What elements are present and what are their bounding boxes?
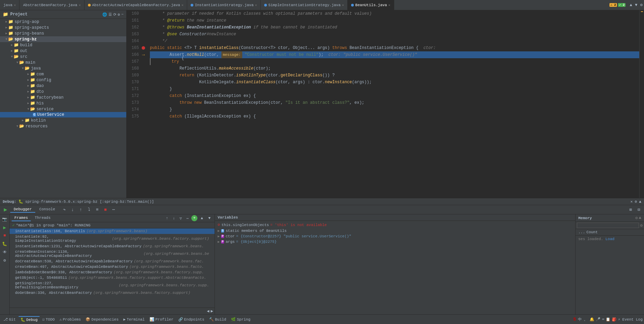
settings-side-btn[interactable]: ⚙ [1, 257, 8, 264]
minimize-icon[interactable]: − [121, 12, 124, 17]
expand-up-icon[interactable]: ▲ [628, 3, 633, 8]
frames-tab[interactable]: Frames [12, 215, 31, 221]
var-item-static[interactable]: ▶ S static members of BeanUtils [215, 228, 575, 234]
bottom-endpoints[interactable]: 🔗 Endpoints [176, 316, 206, 322]
tab-beanutils[interactable]: BeanUtils.java ✕ [348, 0, 394, 10]
camera-btn[interactable]: 📷 [1, 216, 8, 223]
more-frames-btn[interactable]: ⋯ [184, 215, 191, 221]
tree-item-out[interactable]: ▶ 📁 out [0, 48, 126, 54]
step-over-btn[interactable]: ↷ [61, 206, 68, 213]
sync-icon[interactable]: ⟳ [113, 12, 116, 17]
tab-abstractbeanfactory[interactable]: AbstractBeanFactory.java ✕ [20, 0, 84, 10]
scroll-up-btn[interactable]: ▲ [199, 215, 205, 221]
filter-btn[interactable]: ▽ [178, 215, 184, 221]
var-item-ctor[interactable]: ▶ P ctor = {Constructor@2257} "public se… [215, 234, 575, 239]
tab-instantiationstrategy[interactable]: InstantiationStrategy.java ✕ [187, 0, 261, 10]
memory-search-input[interactable] [577, 223, 639, 228]
settings-icon[interactable]: ⚙ [639, 2, 644, 8]
frame-item-5[interactable]: createBean:497, AbstractAutowireCapableB… [10, 264, 215, 270]
play-btn[interactable]: ▶ [1, 224, 8, 231]
bottom-git[interactable]: ⎇ Git [1, 316, 18, 322]
close-icon[interactable]: ✕ [181, 3, 183, 7]
resume-btn[interactable]: ▶ [1, 206, 10, 213]
frame-item-7[interactable]: getObject:-1, 554868511 (org.springframe… [10, 275, 215, 281]
event-log-label[interactable]: Event Log [622, 317, 643, 322]
frame-item-8[interactable]: getSingleton:227, DefaultSingletonBeanRe… [10, 281, 215, 290]
tree-item-dto[interactable]: ▶ 📁 dto [0, 89, 126, 95]
icon3[interactable]: ⌨ [602, 317, 604, 322]
watch-btn[interactable]: 👁 [1, 249, 8, 256]
bottom-debug[interactable]: 🐛 Debug [18, 316, 40, 323]
bottom-spring[interactable]: 🌿 Spring [229, 316, 253, 322]
stop-btn[interactable]: ■ [102, 206, 109, 213]
globe-icon[interactable]: 🌐 [102, 12, 107, 17]
tree-item-config[interactable]: ▶ 📁 config [0, 77, 126, 83]
frame-item-1[interactable]: instantiate:92, SimpleInstantiationStrat… [10, 234, 215, 244]
threads-tab[interactable]: Threads [32, 215, 53, 221]
step-into-btn[interactable]: ↓ [69, 206, 76, 213]
icon4[interactable]: 📋 [606, 317, 610, 322]
tree-item-java[interactable]: ▼ 📂 java [0, 65, 126, 71]
icon2[interactable]: 🎤 [596, 317, 601, 322]
icon6[interactable]: ⚡ [618, 317, 620, 322]
tree-item-userservice[interactable]: C UserService [0, 112, 126, 117]
tree-item-service[interactable]: ▼ 📂 service [0, 106, 126, 112]
bottom-dependencies[interactable]: 📦 Dependencies [83, 316, 120, 322]
tree-item-spring-aspects[interactable]: ▶ 📁 spring-aspects [0, 25, 126, 30]
frame-scroll-bar[interactable]: ◀ ▶ [10, 308, 215, 314]
tab-simpleinstantiation[interactable]: SimpleInstantiationStrategy.java ✕ [261, 0, 348, 10]
tree-item-factorybean[interactable]: ▶ 📁 factorybean [0, 95, 126, 100]
tree-item-resources[interactable]: ▼ 📂 resources [0, 123, 126, 129]
frame-item-0[interactable]: instantiateClass:166, BeanUtils (org.spr… [10, 228, 215, 234]
tree-item-spring-bz[interactable]: ▼ 📂 spring-bz [0, 36, 126, 42]
expand-down-icon[interactable]: ▼ [634, 3, 639, 8]
frame-item-3[interactable]: createBeanInstance:1136, AbstractAutowir… [10, 249, 215, 259]
tree-item-build[interactable]: ▶ 📁 build [0, 42, 126, 48]
bottom-build[interactable]: 🔨 Build [207, 316, 228, 322]
close-icon[interactable]: ✕ [342, 3, 344, 7]
tree-item-his[interactable]: ▶ 📁 his [0, 100, 126, 106]
gear-icon[interactable]: ⚙ [118, 12, 120, 17]
bottom-todo[interactable]: ☑ TODO [40, 316, 57, 322]
sort-asc-btn[interactable]: ↑ [164, 215, 170, 221]
close-icon[interactable]: ✕ [79, 3, 81, 7]
tree-item-com[interactable]: ▶ 📁 com [0, 71, 126, 77]
tree-item-spring-aop[interactable]: ▶ 📁 spring-aop [0, 19, 126, 25]
tree-item-spring-beans[interactable]: ▶ 📁 spring-beans [0, 30, 126, 36]
expand-debug-icon[interactable]: ▲ [639, 200, 641, 204]
sort-desc-btn[interactable]: ↓ [171, 215, 177, 221]
evaluate-btn[interactable]: ≡ [93, 206, 101, 213]
bottom-profiler[interactable]: 📊 Profiler [147, 316, 176, 322]
bottom-terminal[interactable]: ▶ Terminal [121, 316, 147, 322]
more-btn[interactable]: ⋯ [110, 206, 117, 213]
memory-settings-input-icon[interactable]: ⚙ [640, 223, 643, 228]
debugger-tab[interactable]: Debugger [10, 207, 35, 213]
scroll-down-btn[interactable]: ▼ [206, 215, 212, 221]
frame-item-4[interactable]: doCreateBean:538, AbstractAutowireCapabl… [10, 259, 215, 264]
memory-settings-icon[interactable]: ⚙ [635, 215, 638, 221]
table-view-btn[interactable]: ⊞ [627, 206, 634, 213]
memory-load-btn[interactable]: Load [605, 237, 614, 241]
icon1[interactable]: 🔔 [590, 317, 594, 322]
step-out-btn[interactable]: ↑ [77, 206, 85, 213]
close-debug-icon[interactable]: ✕ [630, 199, 633, 204]
frame-item-9[interactable]: doGetBean:336, AbstractBeanFactory (org.… [10, 290, 215, 296]
var-item-singleton[interactable]: ⊘ this.singletonObjects = 'this' is not … [215, 222, 575, 228]
bottom-problems[interactable]: ⚠ Problems [57, 316, 83, 322]
console-tab[interactable]: Console [36, 207, 59, 213]
code-lines[interactable]: * parameter if needed for Kotlin classes… [147, 10, 639, 198]
close-icon[interactable]: ✕ [14, 3, 16, 7]
var-item-args[interactable]: ▶ P args = {Object[0]@2275} [215, 239, 575, 245]
close-icon[interactable]: ✕ [388, 3, 390, 7]
frame-item-2[interactable]: instantiateBean:1231, AbstractAutowireCa… [10, 244, 215, 249]
run-to-cursor-btn[interactable]: ⤵ [85, 206, 93, 213]
close-icon[interactable]: ✕ [255, 3, 257, 7]
tab-java[interactable]: java ✕ [0, 0, 20, 10]
memory-expand-icon[interactable]: ▲ [639, 215, 641, 221]
add-frames-btn[interactable]: + [191, 215, 197, 221]
tree-item-src[interactable]: ▼ 📂 src [0, 54, 126, 60]
bug-btn[interactable]: 🐛 [1, 240, 8, 247]
tab-abstractautowire[interactable]: AbstractAutowireCapableBeanFactory.java … [85, 0, 187, 10]
settings-debug-icon[interactable]: ⚙ [635, 199, 637, 204]
icon5[interactable]: 🎒 [612, 317, 617, 322]
